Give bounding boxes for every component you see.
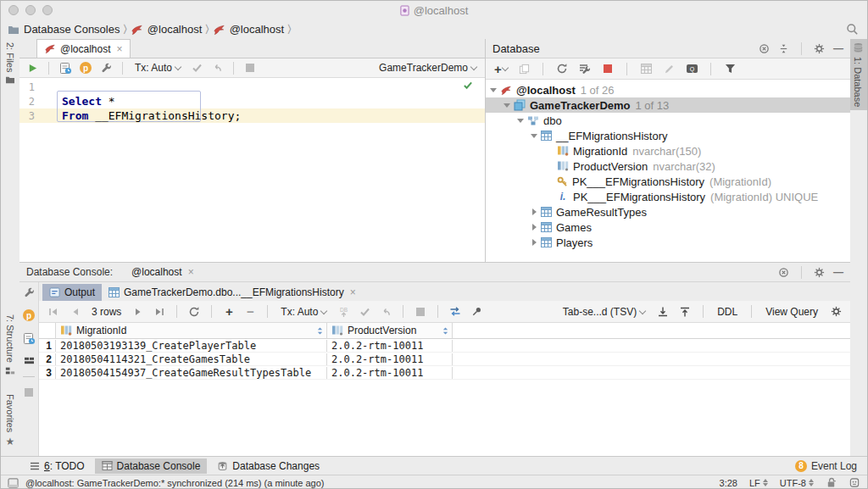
pin-icon[interactable] xyxy=(469,303,484,320)
collapse-all-icon[interactable] xyxy=(778,43,789,54)
search-icon[interactable] xyxy=(846,23,859,36)
expand-arrow-icon[interactable] xyxy=(489,88,498,92)
sort-icon[interactable] xyxy=(316,326,324,336)
tree-item-migrationid-column[interactable]: MigrationId nvarchar(150) xyxy=(486,143,850,158)
grid-cell[interactable]: 20180503193139_CreatePlayerTable xyxy=(56,340,327,352)
stripe-button-files[interactable]: 2: Files xyxy=(1,39,19,87)
unlock-icon[interactable] xyxy=(826,477,837,488)
hide-panel-icon[interactable]: — xyxy=(833,266,843,278)
schema-selector[interactable]: GameTrackerDemo xyxy=(376,59,480,76)
grid-cell[interactable]: 2.0.2-rtm-10011 xyxy=(327,353,453,365)
stop-icon[interactable] xyxy=(600,60,615,77)
settings-wrench-icon[interactable] xyxy=(24,287,35,298)
database-console-button[interactable]: Database Console xyxy=(95,458,208,474)
tab-result-efmigrationshistory[interactable]: GameTrackerDemo.dbo...__EFMigrationsHist… xyxy=(102,284,363,301)
add-datasource-button[interactable]: + xyxy=(493,60,509,77)
execution-history-icon[interactable] xyxy=(58,59,73,76)
console-tab-localhost[interactable]: @localhost × xyxy=(126,264,199,280)
first-page-icon[interactable] xyxy=(46,303,61,320)
stop-icon[interactable] xyxy=(242,59,258,76)
tx-mode-select[interactable]: Tx: Auto xyxy=(131,59,184,76)
add-row-button[interactable]: + xyxy=(221,303,236,320)
breadcrumb-localhost-1[interactable]: @localhost xyxy=(131,23,203,36)
expand-arrow-icon[interactable] xyxy=(516,119,525,123)
stop-icon[interactable] xyxy=(413,303,428,320)
tree-item-gameresulttypes[interactable]: GameResultTypes xyxy=(486,204,850,219)
extractor-format-select[interactable]: Tab-se...d (TSV) xyxy=(559,303,648,320)
grid-cell[interactable]: 20180504154937_CreateGameResultTypesTabl… xyxy=(56,367,327,379)
tree-item-localhost[interactable]: @localhost 1 of 26 xyxy=(486,82,850,97)
tree-item-pk-index[interactable]: i. PK___EFMigrationsHistory (MigrationId… xyxy=(486,189,850,204)
gear-icon[interactable] xyxy=(814,43,825,54)
expand-arrow-icon[interactable] xyxy=(503,103,511,108)
window-toggle-icon[interactable] xyxy=(8,478,19,488)
breadcrumb-database-consoles[interactable]: Database Consoles xyxy=(8,23,120,36)
close-tab-icon[interactable]: × xyxy=(188,266,194,278)
stop-icon[interactable] xyxy=(25,388,33,397)
ddl-button[interactable]: DDL xyxy=(714,306,741,318)
compare-icon[interactable] xyxy=(448,303,463,320)
previous-page-icon[interactable] xyxy=(67,303,82,320)
import-data-icon[interactable] xyxy=(677,303,693,320)
query-console-icon[interactable]: Q xyxy=(684,60,699,77)
expand-arrow-icon[interactable] xyxy=(530,134,538,138)
reload-icon[interactable] xyxy=(186,303,202,320)
close-tab-icon[interactable]: × xyxy=(117,43,123,55)
filter-icon[interactable] xyxy=(722,60,737,77)
close-tab-icon[interactable]: × xyxy=(350,286,356,298)
edit-pencil-icon[interactable] xyxy=(661,60,676,77)
view-query-button[interactable]: View Query xyxy=(762,306,821,318)
column-header-productversion[interactable]: ProductVersion xyxy=(327,323,453,338)
tree-item-pk-constraint[interactable]: PK___EFMigrationsHistory (MigrationId) xyxy=(486,174,850,189)
zoom-window-button[interactable] xyxy=(42,5,53,15)
grid-cell[interactable]: 2.0.2-rtm-10011 xyxy=(327,340,453,352)
tree-item-games[interactable]: Games xyxy=(486,219,850,235)
expand-arrow-icon[interactable] xyxy=(530,239,538,246)
run-button[interactable] xyxy=(25,59,40,76)
expand-arrow-icon[interactable] xyxy=(530,208,538,215)
last-page-icon[interactable] xyxy=(152,303,167,320)
expand-arrow-icon[interactable] xyxy=(530,224,538,231)
close-window-button[interactable] xyxy=(8,5,19,15)
gear-icon[interactable] xyxy=(828,303,843,320)
layout-icon[interactable] xyxy=(24,356,35,365)
rollback-icon[interactable] xyxy=(378,303,393,320)
settings-wrench-icon[interactable] xyxy=(98,59,114,76)
tab-output[interactable]: Output xyxy=(42,284,102,301)
tree-item-dbo[interactable]: dbo xyxy=(486,113,850,128)
stripe-button-favorites[interactable]: Favorites ★ xyxy=(1,391,19,451)
tree-item-players[interactable]: Players xyxy=(486,235,850,250)
locate-icon[interactable] xyxy=(759,43,770,54)
minimize-window-button[interactable] xyxy=(25,5,36,15)
todo-button[interactable]: 6: TODO xyxy=(23,458,92,474)
line-ending-select[interactable]: LF xyxy=(749,478,768,488)
grid-cell[interactable]: 20180504114321_CreateGamesTable xyxy=(56,353,327,365)
stripe-button-structure[interactable]: 7: Structure xyxy=(1,311,19,379)
sql-editor[interactable]: 1 2 Select * 3 From __EFMigrationsHistor… xyxy=(19,78,485,262)
submit-db-icon[interactable]: DB xyxy=(336,303,351,320)
database-changes-button[interactable]: Database Changes xyxy=(210,458,326,474)
table-data-icon[interactable] xyxy=(638,60,654,77)
rollback-icon[interactable] xyxy=(209,59,225,76)
refresh-icon[interactable] xyxy=(554,60,570,77)
event-log-button[interactable]: 8 Event Log xyxy=(795,460,857,472)
caret-position[interactable]: 3:28 xyxy=(720,478,737,488)
modify-datasource-icon[interactable] xyxy=(577,60,593,77)
parameters-icon[interactable]: p xyxy=(23,309,35,321)
inspection-ok-icon[interactable] xyxy=(463,81,473,90)
inspection-profile-icon[interactable] xyxy=(849,477,860,488)
sort-icon[interactable] xyxy=(442,326,449,336)
column-header-migrationid[interactable]: MigrationId xyxy=(56,323,327,338)
tree-item-efmigrationshistory[interactable]: __EFMigrationsHistory xyxy=(486,128,850,143)
tree-item-productversion-column[interactable]: ProductVersion nvarchar(32) xyxy=(486,158,850,174)
stripe-button-database[interactable]: 1: Database xyxy=(849,39,867,110)
encoding-select[interactable]: UTF-8 xyxy=(780,478,814,488)
locate-icon[interactable] xyxy=(778,267,789,278)
editor-tab-localhost[interactable]: @localhost × xyxy=(36,39,131,58)
execution-history-icon[interactable] xyxy=(23,332,36,345)
breadcrumb-localhost-2[interactable]: @localhost xyxy=(213,23,285,36)
next-page-icon[interactable] xyxy=(131,303,146,320)
gear-icon[interactable] xyxy=(814,267,825,278)
duplicate-icon[interactable] xyxy=(516,60,531,77)
tree-item-gametrackerdemo[interactable]: GameTrackerDemo 1 of 13 xyxy=(486,97,850,113)
